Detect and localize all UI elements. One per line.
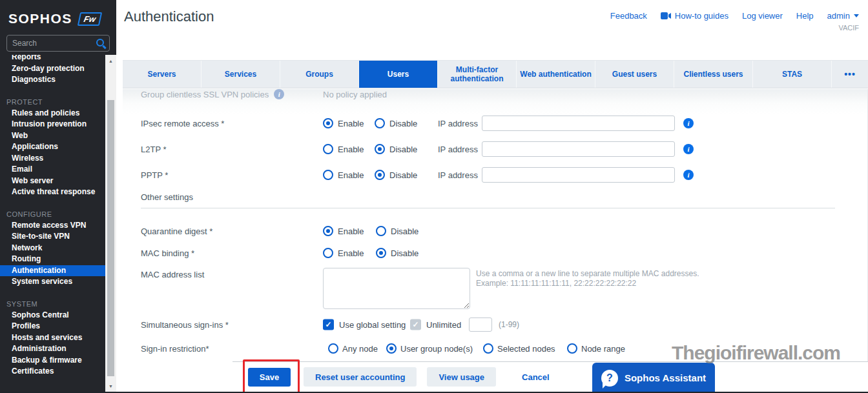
sidebar-item-rules-and-policies[interactable]: Rules and policies (0, 108, 105, 119)
use-global-setting-label: Use global setting (339, 320, 406, 330)
sidebar-item-administration[interactable]: Administration (0, 343, 105, 355)
search-icon[interactable] (96, 39, 104, 46)
sophos-firewall-app: SOPHOS Fw Reports Zero-day protection Di… (0, 0, 868, 393)
sidebar-item-routing[interactable]: Routing (0, 254, 105, 265)
sidebar-item-remote-access-vpn[interactable]: Remote access VPN (0, 220, 105, 232)
sign-in-restriction-row: Sign-in restriction* Any node User group… (123, 341, 858, 356)
tab-users[interactable]: Users (358, 61, 437, 88)
sidebar-item-reports[interactable]: Reports (0, 55, 105, 63)
mac-binding-disable-radio[interactable] (376, 248, 386, 258)
scrollbar-thumb[interactable] (107, 100, 114, 376)
ipsec-enable-radio[interactable] (323, 118, 333, 128)
pptp-disable-radio[interactable] (375, 170, 385, 180)
sidebar-item-applications[interactable]: Applications (0, 141, 105, 153)
tab-servers[interactable]: Servers (123, 61, 201, 88)
tab-clientless-users[interactable]: Clientless users (674, 61, 752, 88)
sidebar-item-system-services[interactable]: System services (0, 276, 105, 288)
reset-user-accounting-button[interactable]: Reset user accounting (304, 367, 417, 387)
ipsec-enable-label: Enable (338, 119, 364, 128)
help-link[interactable]: Help (796, 11, 814, 21)
page-title: Authentication (124, 8, 214, 25)
info-icon[interactable]: i (683, 118, 694, 128)
tab-groups[interactable]: Groups (280, 61, 358, 88)
user-group-nodes-radio[interactable] (386, 343, 397, 354)
howto-guides-link[interactable]: How-to guides (661, 11, 728, 21)
max-sign-ins-input[interactable] (469, 317, 492, 332)
mac-binding-enable-label: Enable (338, 248, 364, 258)
other-settings-heading: Other settings (141, 192, 835, 208)
view-usage-button[interactable]: View usage (427, 367, 496, 387)
ipsec-ip-address-input[interactable] (482, 116, 675, 131)
sidebar-item-wireless[interactable]: Wireless (0, 153, 105, 165)
video-camera-icon (661, 12, 671, 19)
pptp-enable-radio[interactable] (323, 170, 333, 180)
tab-guest-users[interactable]: Guest users (595, 61, 674, 88)
tab-web-authentication[interactable]: Web authentication (516, 61, 595, 88)
sidebar-item-profiles[interactable]: Profiles (0, 321, 105, 332)
tab-multi-factor-authentication[interactable]: Multi-factor authentication (437, 61, 516, 88)
tab-stas[interactable]: STAS (752, 61, 831, 88)
sidebar-item-active-threat-response[interactable]: Active threat response (0, 186, 105, 198)
node-range-radio[interactable] (567, 343, 577, 354)
use-global-setting-checkbox[interactable]: ✓ (323, 319, 334, 330)
ipsec-label: IPsec remote access * (141, 119, 224, 128)
mac-binding-label: MAC binding * (141, 248, 194, 258)
quarantine-enable-radio[interactable] (323, 226, 333, 236)
mac-binding-enable-radio[interactable] (323, 248, 333, 258)
sophos-logo: SOPHOS Fw (0, 0, 116, 29)
unlimited-label: Unlimited (426, 320, 461, 330)
pptp-ip-address-label: IP address (438, 170, 478, 180)
l2tp-disable-radio[interactable] (375, 144, 385, 154)
scroll-up-icon[interactable]: ▲ (105, 56, 116, 66)
pptp-label: PPTP * (141, 170, 168, 180)
group-clientless-policy-value: No policy applied (323, 90, 387, 99)
sidebar-nav: Reports Zero-day protection Diagnostics … (0, 55, 105, 393)
log-viewer-label: Log viewer (742, 11, 783, 21)
mac-address-list-textarea[interactable] (323, 268, 470, 309)
sidebar-item-zero-day-protection[interactable]: Zero-day protection (0, 63, 105, 75)
sophos-assistant-button[interactable]: ? Sophos Assistant (592, 363, 715, 393)
feedback-link[interactable]: Feedback (610, 11, 647, 21)
l2tp-ip-address-label: IP address (438, 145, 478, 154)
help-label: Help (796, 11, 814, 21)
selected-nodes-radio[interactable] (483, 343, 493, 354)
sidebar-item-intrusion-prevention[interactable]: Intrusion prevention (0, 119, 105, 130)
sidebar-item-site-to-site-vpn[interactable]: Site-to-site VPN (0, 231, 105, 243)
info-icon[interactable]: i (683, 170, 694, 180)
search-input[interactable] (6, 35, 110, 52)
tab-overflow-menu[interactable]: ••• (831, 61, 868, 88)
ipsec-disable-radio[interactable] (375, 118, 385, 128)
group-clientless-policy-row: Group clientless SSL VPN policies i No p… (123, 87, 858, 101)
quarantine-disable-label: Disable (391, 227, 418, 236)
sidebar-scrollbar[interactable]: ▲ ▼ (105, 55, 116, 393)
quarantine-enable-label: Enable (338, 227, 364, 236)
sidebar-item-hosts-and-services[interactable]: Hosts and services (0, 332, 105, 344)
cancel-button[interactable]: Cancel (515, 367, 556, 387)
quarantine-disable-radio[interactable] (376, 226, 386, 236)
sidebar-item-network[interactable]: Network (0, 243, 105, 254)
any-node-label: Any node (342, 344, 378, 354)
l2tp-enable-radio[interactable] (323, 144, 333, 154)
pptp-ip-address-input[interactable] (482, 167, 675, 183)
tab-services[interactable]: Services (201, 61, 280, 88)
any-node-radio[interactable] (328, 343, 338, 354)
l2tp-enable-label: Enable (338, 145, 364, 154)
sidebar-section-system: SYSTEM (0, 299, 105, 310)
sidebar-item-web[interactable]: Web (0, 130, 105, 142)
sidebar-item-diagnostics[interactable]: Diagnostics (0, 74, 105, 86)
save-button[interactable]: Save (248, 368, 291, 387)
info-icon[interactable]: i (274, 89, 284, 99)
l2tp-ip-address-input[interactable] (482, 141, 675, 157)
sidebar-item-sophos-central[interactable]: Sophos Central (0, 310, 105, 321)
sidebar-item-email[interactable]: Email (0, 164, 105, 176)
info-icon[interactable]: i (683, 144, 694, 154)
unlimited-checkbox[interactable]: ✓ (410, 319, 421, 330)
admin-menu[interactable]: admin (827, 11, 859, 21)
sidebar-item-authentication[interactable]: Authentication (0, 265, 105, 277)
selected-nodes-label: Selected nodes (497, 344, 555, 354)
sidebar-item-backup-firmware[interactable]: Backup & firmware (0, 355, 105, 367)
log-viewer-link[interactable]: Log viewer (742, 11, 783, 21)
sidebar-item-certificates[interactable]: Certificates (0, 366, 105, 378)
sidebar-item-web-server[interactable]: Web server (0, 176, 105, 187)
scroll-down-icon[interactable]: ▼ (105, 381, 116, 392)
